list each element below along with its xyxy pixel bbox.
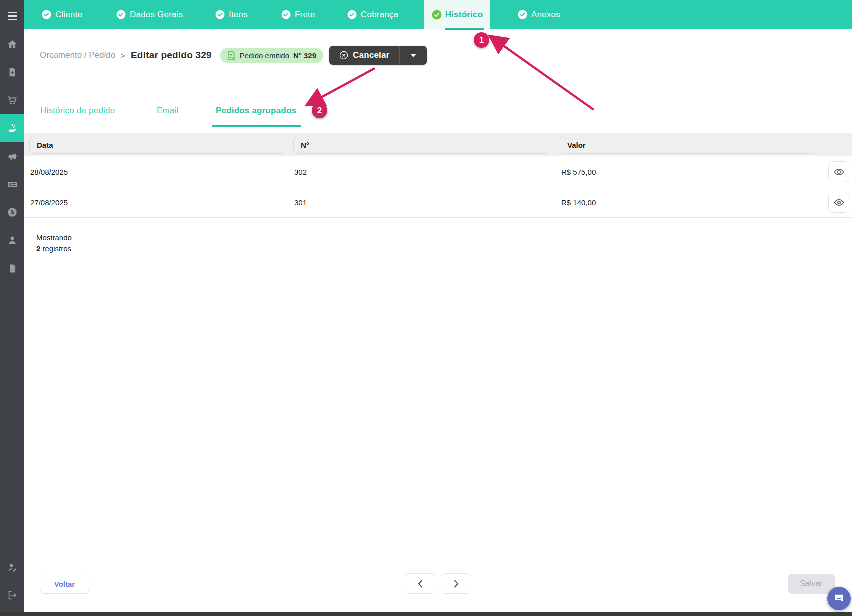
active-step-underline: [445, 28, 484, 30]
svg-text:$: $: [9, 182, 11, 187]
wizard-step-anexos[interactable]: Anexos: [518, 0, 560, 29]
breadcrumb-separator: >: [121, 51, 125, 60]
sidebar-item-marketing[interactable]: [0, 142, 24, 170]
chevron-right-icon: [454, 580, 459, 588]
check-circle-icon: [116, 10, 126, 19]
wizard-step-dados-gerais[interactable]: Dados Gerais: [116, 0, 183, 29]
sidebar-item-logout[interactable]: [0, 581, 24, 609]
status-badge-label: Pedido emitido: [240, 51, 289, 60]
cell-number: 302: [294, 167, 307, 176]
sidebar-item-billing[interactable]: $: [0, 170, 24, 198]
check-circle-icon: [42, 10, 51, 19]
status-badge-number: N° 329: [293, 51, 316, 60]
sidebar-item-finance[interactable]: $: [0, 198, 24, 226]
sidebar-item-home[interactable]: [0, 30, 24, 58]
page-title: Editar pedido 329: [131, 50, 212, 61]
pagination-next-button[interactable]: [441, 573, 471, 594]
hand-coins-icon: [6, 122, 18, 134]
file-plus-icon: [7, 67, 17, 78]
check-circle-icon: [518, 10, 527, 19]
view-row-button[interactable]: [828, 192, 849, 213]
eye-icon: [834, 167, 844, 177]
cancel-button-label: Cancelar: [353, 50, 389, 60]
sidebar-item-profile[interactable]: [0, 553, 24, 581]
status-badge: $ Pedido emitido N° 329: [220, 48, 323, 63]
tab-historico-de-pedido[interactable]: Histórico de pedido: [40, 106, 115, 116]
wizard-step-label: Cobrança: [361, 10, 398, 20]
megaphone-icon: [7, 151, 18, 162]
wizard-step-label: Cliente: [55, 10, 82, 20]
wizard-step-cobranca[interactable]: Cobrança: [347, 0, 398, 29]
sidebar-item-cart[interactable]: [0, 86, 24, 114]
cancel-dropdown-button[interactable]: [399, 46, 427, 65]
cell-number: 301: [294, 198, 307, 206]
check-circle-icon: [347, 10, 357, 19]
cell-value: R$ 575,00: [561, 167, 596, 176]
emitted-doc-icon: $: [227, 51, 236, 60]
sidebar: $ $: [0, 0, 24, 616]
cell-date: 27/08/2025: [30, 198, 68, 206]
eye-icon: [834, 197, 844, 208]
voltar-button[interactable]: Voltar: [40, 574, 89, 594]
salvar-button-disabled[interactable]: Salvar: [788, 574, 835, 594]
app-root: $ $ Cliente Dados Gerais Itens Frete: [0, 0, 852, 616]
hamburger-menu-icon[interactable]: [0, 8, 24, 23]
column-header-valor[interactable]: Valor: [560, 136, 816, 154]
wizard-step-frete[interactable]: Frete: [281, 0, 315, 29]
tab-pedidos-agrupados[interactable]: Pedidos agrupados: [216, 106, 296, 116]
wizard-step-label: Anexos: [531, 10, 560, 20]
svg-text:$: $: [11, 209, 14, 215]
wizard-step-historico-active[interactable]: Histórico: [424, 0, 490, 29]
sidebar-item-commissions-active[interactable]: [0, 114, 24, 142]
cart-icon: [6, 95, 18, 106]
check-circle-icon: [215, 10, 225, 19]
user-edit-icon: [7, 562, 18, 573]
check-circle-icon: [281, 10, 291, 19]
summary-suffix: registros: [43, 244, 72, 253]
records-summary: Mostrando 2 registros: [36, 232, 72, 254]
tab-email[interactable]: Email: [157, 106, 179, 116]
sidebar-item-new-order[interactable]: [0, 58, 24, 86]
logout-icon: [7, 590, 18, 601]
active-tab-underline: [212, 125, 301, 127]
wizard-step-label: Frete: [295, 10, 315, 20]
wizard-step-itens[interactable]: Itens: [215, 0, 248, 29]
view-row-button[interactable]: [828, 161, 849, 182]
messenger-icon: [833, 592, 845, 605]
chat-launcher-button[interactable]: [827, 587, 851, 610]
breadcrumb[interactable]: Orçamento / Pedido: [40, 50, 115, 60]
summary-prefix: Mostrando: [36, 233, 72, 242]
wizard-step-label: Histórico: [445, 10, 483, 20]
summary-count: 2: [36, 244, 40, 253]
document-icon: [8, 263, 17, 274]
invoice-icon: $: [7, 179, 18, 190]
table-row: 27/08/2025 301 R$ 140,00: [24, 187, 852, 218]
pagination-prev-button[interactable]: [405, 573, 435, 594]
chevron-left-icon: [418, 580, 423, 588]
home-icon: [7, 39, 18, 50]
column-header-numero[interactable]: N°: [293, 136, 550, 154]
wizard-step-label: Dados Gerais: [130, 10, 183, 20]
annotation-arrows: [0, 0, 852, 616]
dollar-icon: $: [7, 207, 18, 218]
sidebar-item-documents[interactable]: [0, 254, 24, 282]
check-circle-green-icon: [432, 10, 442, 20]
wizard-step-label: Itens: [229, 10, 248, 20]
user-icon: [7, 235, 18, 246]
header-row: Orçamento / Pedido > Editar pedido 329 $…: [40, 44, 427, 66]
annotation-badge-2: 2: [312, 103, 327, 118]
cell-date: 28/08/2025: [30, 167, 68, 176]
chevron-down-icon: [410, 54, 416, 57]
cancel-button[interactable]: Cancelar: [329, 46, 399, 65]
annotation-badge-1: 1: [474, 32, 489, 48]
sidebar-item-users[interactable]: [0, 226, 24, 254]
cancel-circle-icon: [339, 51, 348, 60]
wizard-step-cliente[interactable]: Cliente: [42, 0, 82, 29]
table-row: 28/08/2025 302 R$ 575,00: [24, 156, 852, 187]
cell-value: R$ 140,00: [561, 198, 596, 206]
column-header-data[interactable]: Data: [29, 136, 285, 154]
table-header: Data N° Valor: [24, 133, 852, 156]
cancel-split-button: Cancelar: [329, 46, 427, 65]
bottom-scrollbar-track[interactable]: [0, 612, 852, 616]
